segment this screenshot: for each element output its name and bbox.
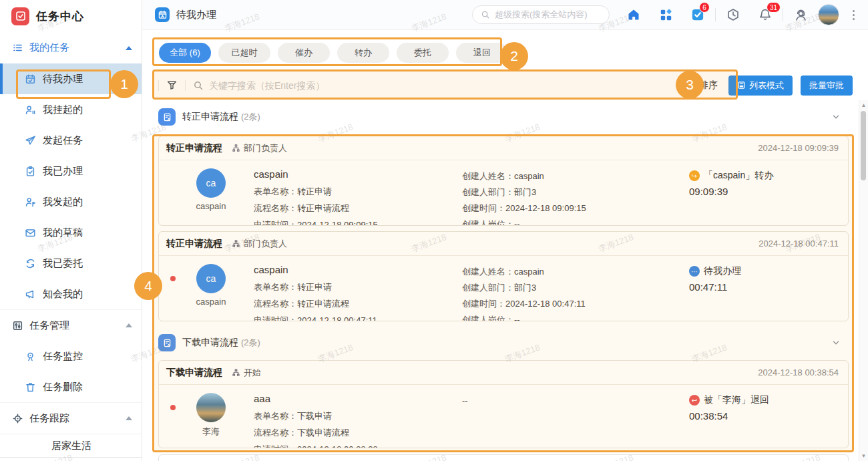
user-avatar[interactable] [818, 4, 839, 25]
app-logo-row: 任务中心 [0, 0, 142, 32]
task-card-body: ca caspain caspain 表单名称：转正申请流程名称：转正申请流程申… [159, 160, 848, 226]
sidebar-item[interactable]: 知会我的 [0, 279, 142, 309]
global-search-input[interactable]: 超级搜索(搜索全站内容) [472, 5, 610, 24]
group-header[interactable]: 转正申请流程 (2条) [158, 104, 849, 130]
calendar-icon [25, 73, 36, 85]
filter-funnel-icon[interactable] [166, 80, 178, 91]
support-headset-icon[interactable] [793, 7, 809, 23]
sidebar-item[interactable]: 我的草稿 [0, 217, 142, 248]
status-text: 「caspain」转办 [704, 170, 773, 182]
sort-icon [686, 80, 696, 90]
person-flag-icon [25, 196, 36, 208]
filter-tab-5[interactable]: 退回 [456, 43, 508, 63]
returned-status-icon: ↩ [689, 395, 700, 406]
sort-button[interactable]: 排序 [686, 80, 718, 92]
sidebar-item-label: 任务删除 [43, 381, 83, 394]
task-card[interactable]: 转正申请流程 部门负责人 2024-12-18 00:47:11 ca casp… [158, 231, 849, 321]
task-list: 转正申请流程 (2条) 转正申请流程 部门负责人 2024-12-18 09:0… [142, 100, 868, 461]
sidebar-item[interactable]: 发起任务 [0, 125, 142, 156]
sidebar-item-label: 我发起的 [43, 196, 83, 208]
batch-approve-label: 批量审批 [809, 80, 844, 92]
process-group-icon [158, 108, 176, 126]
sidebar-item[interactable]: 居家生活 [0, 434, 142, 458]
task-title: 转正申请流程 [166, 238, 222, 250]
todo-check-icon[interactable]: 6 [690, 7, 706, 23]
filter-tab-2[interactable]: 催办 [278, 43, 330, 63]
sliders-icon [12, 320, 23, 331]
more-menu-icon[interactable] [849, 7, 859, 23]
task-card[interactable]: 下载申请流程 开始 2024-12-18 00:38:54 李海 aaa 表单名… [158, 360, 849, 448]
sidebar-item[interactable]: 我已办理 [0, 156, 142, 186]
task-fields-right: 创建人姓名：caspain创建人部门：部门3创建时间：2024-12-18 00… [462, 263, 689, 321]
field-row: 申请时间：2024-12-18 09:09:15 [254, 216, 462, 226]
chevron-down-icon[interactable] [831, 338, 841, 347]
keyword-search-icon [193, 80, 204, 91]
notification-bell-icon[interactable]: 31 [757, 7, 773, 23]
process-group-icon [158, 334, 176, 351]
keyword-search-input[interactable] [209, 80, 686, 91]
collapse-caret-icon [126, 416, 132, 420]
status-time: 00:38:54 [689, 410, 837, 422]
list-mode-button[interactable]: 列表模式 [728, 75, 793, 96]
sidebar-group-label: 我的任务 [29, 41, 69, 54]
sidebar-item[interactable]: 我挂起的 [0, 94, 142, 125]
filter-tab-0[interactable]: 全部 (6) [159, 43, 211, 63]
task-fields-left: aaa 表单名称：下载申请流程名称：下载申请流程申请时间：2024-12-18 … [242, 392, 462, 448]
sidebar-item[interactable]: 我发起的 [0, 186, 142, 217]
sidebar-item[interactable]: 待我办理 [0, 63, 142, 94]
trash-icon [25, 381, 36, 393]
global-search-placeholder: 超级搜索(搜索全站内容) [495, 9, 588, 21]
filter-tab-1[interactable]: 已超时 [218, 43, 270, 63]
filter-tab-4[interactable]: 委托 [397, 43, 449, 63]
group-header[interactable]: 下载申请流程 (2条) [158, 329, 849, 356]
list-icon [12, 42, 23, 53]
sidebar-group-1[interactable]: 任务管理 [0, 309, 142, 341]
time-hexagon-icon[interactable] [725, 7, 741, 23]
avatar: ca [196, 264, 226, 293]
todo-count-badge: 6 [699, 2, 710, 13]
apps-grid-icon[interactable] [658, 7, 674, 23]
sidebar-item-label: 我已委托 [43, 257, 83, 270]
page-title: 待我办理 [176, 9, 216, 21]
group-count: (2条) [241, 337, 260, 349]
group-title: 下载申请流程 [182, 337, 238, 349]
sidebar-item[interactable]: 任务监控 [0, 341, 142, 371]
chevron-down-icon[interactable] [831, 112, 841, 122]
sidebar-group-label: 任务跟踪 [29, 412, 69, 425]
scroll-up-icon[interactable]: ▲ [859, 102, 868, 108]
task-card-header: 转正申请流程 部门负责人 2024-12-18 09:09:39 [159, 136, 848, 160]
applicant: ca caspain [180, 263, 242, 321]
sidebar-group-0[interactable]: 我的任务 [0, 32, 142, 63]
task-card[interactable]: 转正申请流程 部门负责人 2024-12-18 09:09:39 ca casp… [158, 136, 849, 226]
flow-node: 部门负责人 [232, 142, 287, 154]
field-row: 表单名称：转正申请 [254, 183, 462, 200]
avatar [196, 393, 226, 422]
field-row: 流程名称：下载申请流程 [254, 424, 462, 441]
filter-tab-3[interactable]: 转办 [337, 43, 389, 63]
unread-dot [170, 276, 176, 281]
sidebar-item[interactable]: 任务删除 [0, 371, 142, 402]
next-card-partial[interactable] [158, 454, 849, 461]
app-title: 任务中心 [36, 9, 84, 24]
monitor-icon [25, 351, 36, 362]
page-calendar-icon [155, 7, 170, 22]
task-date: 2024-12-18 00:38:54 [758, 367, 839, 377]
sidebar-item-label: 发起任务 [43, 134, 83, 147]
org-icon [232, 239, 240, 248]
list-mode-icon [737, 81, 746, 90]
field-row: 创建人部门：部门3 [462, 280, 689, 296]
field-row: 流程名称：转正申请流程 [254, 295, 462, 312]
field-row: 申请时间：2024-12-18 00:38:38 [254, 441, 462, 448]
main-panel: 待我办理 超级搜索(搜索全站内容) [142, 0, 868, 461]
batch-approve-button[interactable]: 批量审批 [801, 75, 853, 96]
task-card-body: 李海 aaa 表单名称：下载申请流程名称：下载申请流程申请时间：2024-12-… [159, 385, 848, 448]
home-icon[interactable] [626, 7, 642, 23]
field-row: 创建人部门：部门3 [462, 184, 689, 200]
sidebar-group-2[interactable]: 任务跟踪 [0, 402, 142, 434]
scroll-down-icon[interactable]: ▼ [859, 453, 868, 459]
sidebar-item-label: 任务监控 [43, 350, 83, 363]
plane-icon [25, 135, 36, 146]
scrollbar-thumb[interactable] [861, 111, 866, 180]
avatar: ca [196, 168, 226, 198]
sidebar-item[interactable]: 我已委托 [0, 248, 142, 279]
